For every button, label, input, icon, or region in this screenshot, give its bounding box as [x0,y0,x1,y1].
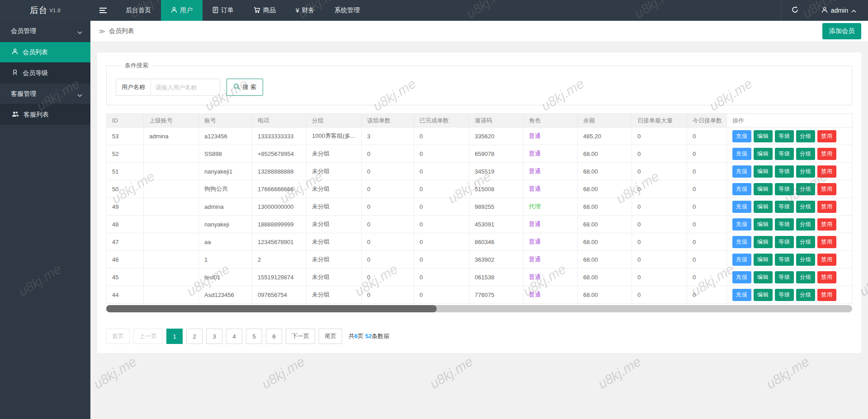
recharge-button[interactable]: 充值 [732,289,751,301]
role-badge: 代理 [529,203,541,210]
search-button[interactable]: 搜 索 [226,79,263,96]
recharge-button[interactable]: 充值 [732,254,751,266]
level-button[interactable]: 等级 [775,236,794,248]
page-button-6[interactable]: 6 [266,329,282,344]
cell-balance: 68.00 [578,251,632,268]
disable-button[interactable]: 禁用 [817,201,836,213]
cell-daily_max: 0 [632,198,687,216]
cell-role: 普通 [524,286,578,304]
page-button-4[interactable]: 4 [226,329,242,344]
group-button[interactable]: 分组 [796,289,815,301]
disable-button[interactable]: 禁用 [817,130,836,142]
edit-button[interactable]: 编辑 [754,183,773,195]
tab-finance[interactable]: ¥ 财务 [286,0,325,21]
recharge-button[interactable]: 充值 [732,165,751,178]
edit-button[interactable]: 编辑 [754,165,773,178]
edit-button[interactable]: 编辑 [754,130,773,142]
group-button[interactable]: 分组 [796,201,815,213]
page-button-5[interactable]: 5 [246,329,262,344]
cell-group: 未分组 [307,268,362,286]
prev-page-button[interactable]: 上一页 [133,329,163,344]
add-member-button[interactable]: 添加会员 [822,23,861,39]
edit-button[interactable]: 编辑 [754,218,773,231]
group-button[interactable]: 分组 [796,236,815,248]
disable-button[interactable]: 禁用 [817,218,836,231]
sidebar-group-label: 客服管理 [11,90,36,98]
level-button[interactable]: 等级 [775,271,794,283]
recharge-button[interactable]: 充值 [732,271,751,283]
group-button[interactable]: 分组 [796,254,815,266]
scrollbar-thumb[interactable] [106,305,437,312]
sidebar-group-member-management[interactable]: 会员管理 [0,21,90,42]
recharge-button[interactable]: 充值 [732,148,751,160]
group-button[interactable]: 分组 [796,165,815,178]
cell-phone: 13333333333 [252,127,307,145]
level-button[interactable]: 等级 [775,254,794,266]
cell-group: 未分组 [307,180,362,198]
sidebar-toggle-button[interactable] [90,0,116,21]
tab-orders[interactable]: 订单 [203,0,244,21]
disable-button[interactable]: 禁用 [817,165,836,178]
disable-button[interactable]: 禁用 [817,254,836,266]
page: 后台 V1.0 后台首页 用户 订单 [0,0,868,419]
disable-button[interactable]: 禁用 [817,289,836,301]
disable-button[interactable]: 禁用 [817,271,836,283]
disable-button[interactable]: 禁用 [817,148,836,160]
page-button-3[interactable]: 3 [206,329,222,344]
pagination: 首页 上一页 123456 下一页 尾页 共6页 52条数据 [106,329,852,344]
tab-home[interactable]: 后台首页 [116,0,161,21]
edit-button[interactable]: 编辑 [754,201,773,213]
group-button[interactable]: 分组 [796,183,815,195]
cell-role: 普通 [524,233,578,251]
cell-account: 狗狗公共 [199,180,252,198]
next-page-button[interactable]: 下一页 [286,329,315,344]
recharge-button[interactable]: 充值 [732,236,751,248]
horizontal-scrollbar[interactable] [106,305,852,312]
group-button[interactable]: 分组 [796,271,815,283]
column-header: 已完成单数 [414,114,469,127]
recharge-button[interactable]: 充值 [732,201,751,213]
cell-daily_max: 0 [632,216,687,233]
first-page-button[interactable]: 首页 [106,329,130,344]
content-card: 条件搜索 用户名称 搜 索 ID上级账号账号电话分组该组 [97,52,861,353]
group-button[interactable]: 分组 [796,218,815,231]
level-button[interactable]: 等级 [775,130,794,142]
group-button[interactable]: 分组 [796,148,815,160]
recharge-button[interactable]: 充值 [732,183,751,195]
app-logo: 后台 V1.0 [0,0,90,21]
sidebar-item-service-list[interactable]: 客服列表 [0,104,90,125]
edit-button[interactable]: 编辑 [754,236,773,248]
username-label: 用户名称 [116,79,151,95]
page-button-1[interactable]: 1 [166,329,183,344]
page-number-buttons: 123456 [166,329,286,344]
edit-button[interactable]: 编辑 [754,254,773,266]
sidebar-group-service-management[interactable]: 客服管理 [0,83,90,104]
disable-button[interactable]: 禁用 [817,183,836,195]
level-button[interactable]: 等级 [775,218,794,231]
admin-menu[interactable]: admin [810,0,868,21]
cell-role: 普通 [524,251,578,268]
group-button[interactable]: 分组 [796,130,815,142]
level-button[interactable]: 等级 [775,148,794,160]
level-button[interactable]: 等级 [775,165,794,178]
sidebar-item-member-level[interactable]: 会员等级 [0,62,90,83]
recharge-button[interactable]: 充值 [732,218,751,231]
cell-group_orders: 0 [362,145,414,163]
level-button[interactable]: 等级 [775,289,794,301]
tab-system[interactable]: 系统管理 [325,0,370,21]
sidebar-item-member-list[interactable]: 会员列表 [0,42,90,62]
refresh-button[interactable] [781,0,810,21]
disable-button[interactable]: 禁用 [817,236,836,248]
tab-products[interactable]: 商品 [244,0,286,21]
edit-button[interactable]: 编辑 [754,148,773,160]
page-button-2[interactable]: 2 [186,329,203,344]
username-input[interactable] [151,79,220,95]
edit-button[interactable]: 编辑 [754,271,773,283]
edit-button[interactable]: 编辑 [754,289,773,301]
level-button[interactable]: 等级 [775,201,794,213]
admin-username: admin [831,7,848,14]
level-button[interactable]: 等级 [775,183,794,195]
tab-users[interactable]: 用户 [161,0,203,21]
recharge-button[interactable]: 充值 [732,130,751,142]
last-page-button[interactable]: 尾页 [319,329,342,344]
